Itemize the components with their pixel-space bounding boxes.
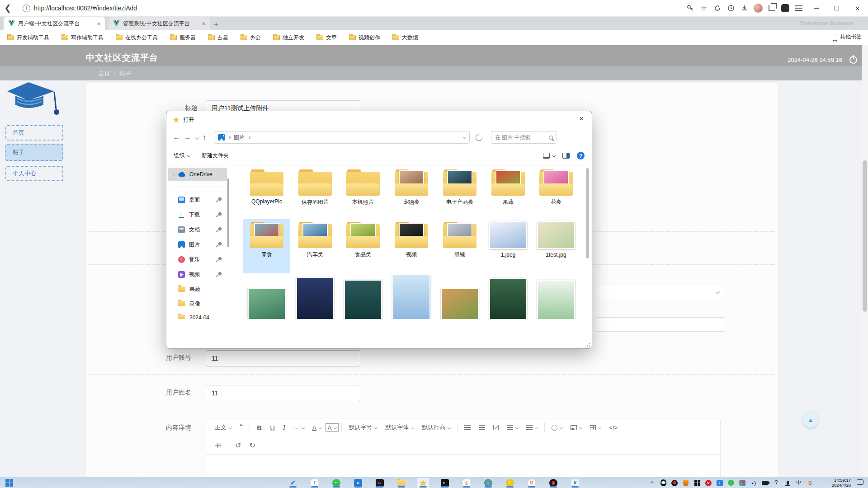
sogou-s-tray-icon[interactable]: S (807, 479, 814, 487)
search-box[interactable]: 在 图片 中搜索 (491, 131, 557, 144)
insert-image-dropdown[interactable] (566, 421, 586, 434)
file-item-folder[interactable]: 果蔬 (486, 169, 531, 206)
sidebar-scrollbar[interactable] (227, 178, 229, 247)
extension-paw-icon[interactable] (778, 3, 792, 14)
battery-icon[interactable] (761, 479, 769, 487)
refresh-button[interactable] (474, 133, 484, 142)
lightbulb-app-icon[interactable]: ! (504, 478, 516, 488)
file-item-folder[interactable]: 本机照片 (340, 169, 386, 206)
bookmark-item[interactable]: 独立开发 (273, 34, 304, 42)
file-item-image[interactable] (537, 280, 575, 319)
page-info-icon[interactable]: i (23, 5, 30, 12)
sidebar-item-home[interactable]: 首页 (5, 125, 63, 141)
address-dropdown-icon[interactable] (463, 136, 466, 139)
scroll-to-top-button[interactable]: ▲ (803, 412, 818, 427)
widgets-tray-icon[interactable] (693, 479, 701, 487)
nav-forward-button[interactable]: → (184, 133, 191, 141)
italic-button[interactable]: I (279, 421, 289, 434)
file-item-folder-selected[interactable]: 零食 (244, 222, 289, 258)
star-app-icon[interactable]: ★ (417, 478, 429, 488)
file-item-folder[interactable]: 花类 (533, 169, 579, 206)
wifi-icon[interactable] (773, 479, 780, 487)
dialog-close-button[interactable]: × (571, 111, 592, 127)
underline-button[interactable]: U (266, 421, 279, 434)
file-item-folder[interactable]: 汽车类 (292, 222, 338, 258)
form-select[interactable] (595, 285, 725, 299)
file-item-folder[interactable]: QQplayerPic (244, 169, 289, 205)
sidebar-item-recordings[interactable]: 录像 (166, 297, 227, 310)
account-field-input[interactable]: 11 (206, 350, 360, 366)
file-item-folder[interactable]: 视频 (389, 222, 434, 258)
terminal-app-icon[interactable]: >_ (439, 478, 451, 488)
form-text-input[interactable] (595, 317, 725, 332)
font-size-dropdown[interactable]: 默认字号 (344, 421, 381, 434)
taskbar-clock[interactable]: 14:59:17 2024/4/26 (832, 478, 851, 488)
redo-button[interactable]: ↻ (245, 439, 259, 452)
file-item-image[interactable] (489, 278, 527, 319)
sidebar-item-fruit[interactable]: 果蔬 (166, 282, 227, 296)
file-item-image[interactable] (248, 288, 286, 319)
intellij-idea-app-icon[interactable]: IJ (374, 478, 386, 488)
more-styles-dropdown[interactable]: ··· (289, 421, 308, 434)
file-item-folder[interactable]: 眼镜 (437, 222, 482, 258)
bookmark-item[interactable]: 开发辅助工具 (7, 34, 49, 42)
font-family-dropdown[interactable]: 默认字体 (381, 421, 418, 434)
tray-expand-icon[interactable] (648, 479, 656, 487)
microphone-icon[interactable] (784, 479, 791, 487)
bold-button[interactable]: B (253, 421, 266, 434)
window-close-button[interactable]: × (847, 0, 868, 16)
emoji-dropdown[interactable] (547, 421, 566, 434)
new-tab-button[interactable]: + (210, 19, 222, 30)
breadcrumb-home[interactable]: 首页 (99, 70, 110, 78)
bookmark-item[interactable]: 文章 (316, 34, 337, 42)
nav-back-button[interactable]: ← (173, 133, 180, 141)
quote-button[interactable]: “ (236, 421, 247, 434)
name-field-input[interactable]: 11 (206, 385, 360, 401)
bookmark-item[interactable]: 写作辅助工具 (61, 34, 104, 42)
bookmark-item[interactable]: 大数据 (392, 34, 418, 42)
paragraph-style-dropdown[interactable]: 正文 (211, 421, 236, 434)
file-item-image[interactable]: 1test.jpg (533, 221, 579, 258)
new-folder-button[interactable]: 新建文件夹 (202, 152, 229, 160)
nav-up-button[interactable]: ↑ (203, 133, 206, 141)
bookmark-item[interactable]: 办公 (241, 34, 261, 42)
file-explorer-app-icon[interactable] (396, 478, 407, 488)
bookmark-item[interactable]: 在线办公工具 (116, 34, 158, 42)
tab-admin-system[interactable]: 管理系统-中文社区交流平台 × (108, 17, 210, 30)
file-item-folder[interactable]: 保存的图片 (292, 169, 338, 206)
download-icon[interactable] (738, 3, 751, 14)
vscode-app-icon[interactable]: ‹› (352, 478, 364, 488)
sidebar-item-documents[interactable]: 文档 (166, 223, 227, 236)
wechat-app-icon[interactable]: ·· (330, 478, 342, 488)
file-item-folder[interactable]: 食品类 (340, 222, 386, 258)
wechat-tray-icon[interactable]: ·· (727, 479, 735, 487)
bullet-list-button[interactable] (460, 421, 475, 434)
insert-table-dropdown[interactable] (586, 421, 605, 434)
sidebar-item-desktop[interactable]: 桌面 (166, 193, 227, 206)
sidebar-item-pictures[interactable]: 图片 (166, 238, 227, 251)
browser-back-icon[interactable]: ❮ (0, 3, 15, 13)
volume-icon[interactable]: ◖) (750, 479, 757, 487)
qq-tray-icon[interactable] (660, 479, 667, 487)
screenshot-crop-icon[interactable] (765, 3, 778, 14)
font-color-dropdown[interactable]: A (308, 421, 326, 434)
record-dot-tray-icon[interactable] (671, 479, 678, 487)
file-item-folder[interactable]: 电子产品类 (437, 169, 482, 206)
expand-chevron-icon[interactable] (171, 173, 175, 176)
file-item-folder[interactable]: 宠物类 (389, 169, 434, 206)
tab-close-icon[interactable]: × (97, 20, 100, 27)
todo-check-app-icon[interactable]: ✔ (287, 478, 299, 488)
file-item-image[interactable]: 1.jpeg (486, 221, 531, 258)
url-text[interactable]: http://localhost:8082/#/index/tieziAdd (34, 5, 137, 12)
tencent-t-tray-icon[interactable]: T (716, 479, 723, 487)
numbered-list-button[interactable] (475, 421, 489, 434)
bookmark-item[interactable]: 视频创作 (349, 34, 380, 42)
sidebar-item-music[interactable]: 音乐 (166, 253, 227, 266)
view-mode-dropdown[interactable] (543, 153, 555, 159)
address-path[interactable]: 图片 (234, 134, 245, 141)
history-icon[interactable] (724, 3, 738, 14)
netease-music-app-icon[interactable] (482, 478, 494, 488)
cloud-tray-icon[interactable] (739, 479, 746, 487)
sidebar-item-profile[interactable]: 个人中心 (5, 166, 63, 181)
preview-pane-button[interactable] (562, 153, 570, 159)
